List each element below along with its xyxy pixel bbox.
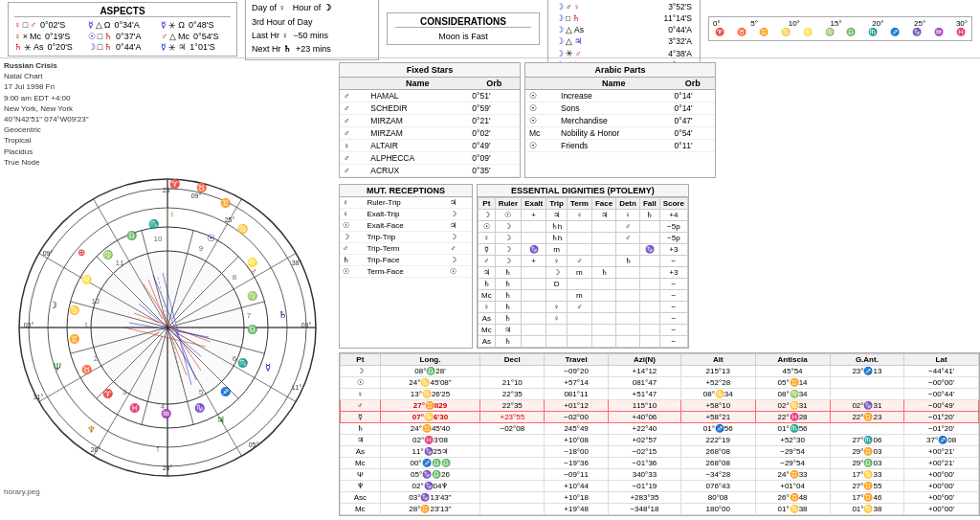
ruler-strip: 0°5°10°15°20°25°30° ♈♉♊♋♌♍♎♏♐♑♒♓ (708, 16, 972, 41)
right-top: Fixed Stars NameOrb ♂HAMAL0°51' ♂SCHEDIR… (337, 60, 978, 180)
svg-text:♆: ♆ (87, 424, 96, 435)
essential-dignities-box: ESSENTIAL DIGNITIES (PTOLEMY) Pt Ruler E… (477, 184, 689, 349)
svg-text:09°: 09° (43, 250, 54, 257)
planet-row: ♃02°♓3'08+10°08+02°57222°19+52°3027°♏063… (341, 435, 979, 446)
moon-asp-row: ☽△♃3°32'A (554, 35, 694, 47)
col-exalt: Exalt (522, 198, 546, 210)
svg-text:12: 12 (92, 297, 100, 305)
ess-dig-row: ☽☉+♃♀♃♀♄+4 (479, 210, 688, 221)
fixed-star-row: ♀ALTAIR0°49' (340, 140, 520, 152)
ruler-symbols: ♈♉♊♋♌♍♎♏♐♑♒♓ (711, 28, 969, 36)
col-pt: Pt (479, 198, 496, 210)
col-travel: Travel (545, 354, 609, 366)
planet-row: ☽08°♎28'−09°20+14°12215°1345°5423°♐13−44… (341, 366, 979, 377)
fixed-star-row: ♂ACRUX0°35' (340, 165, 520, 177)
chart-geocentric: Geocentric (4, 124, 331, 135)
chart-info: Russian Crisis Natal Chart 17 Jul 1998 F… (0, 58, 335, 170)
svg-text:♓: ♓ (129, 402, 141, 414)
right-middle: MUT. RECEPTIONS ♀Ruler-Trip♃ ♀Exalt-Trip… (337, 182, 978, 350)
aspect-item: ☽□♄0°44'A (88, 42, 158, 53)
svg-text:♍: ♍ (247, 290, 258, 302)
svg-text:♏: ♏ (237, 357, 249, 369)
svg-text:↑: ↑ (156, 443, 161, 454)
svg-text:♎: ♎ (247, 324, 258, 335)
right-panels: Fixed Stars NameOrb ♂HAMAL0°51' ♂SCHEDIR… (335, 58, 980, 520)
planet-row: Mc28°♊23'13"+19°48−348°18180°0001°♋3801°… (341, 504, 979, 515)
col-pt: Pt (341, 354, 381, 366)
aspect-item: ♀×Mc0°19'S (14, 32, 84, 41)
svg-text:♋: ♋ (69, 305, 80, 316)
aspect-item: ♂△Mc0°54'S (161, 32, 231, 41)
svg-text:09°: 09° (191, 192, 202, 199)
aspect-item: ♀□♂0°02'S (14, 20, 84, 31)
chart-coords: 40°N42'51" 074°W09'23" (4, 114, 331, 124)
ess-dig-row: ♄♄D− (479, 279, 688, 290)
mut-rec-row: ♄Trip-Face☽ (340, 255, 472, 266)
chart-placidus: Placidus (4, 147, 331, 157)
svg-text:8: 8 (233, 273, 237, 282)
fixed-star-row: ♂HAMAL0°51' (340, 90, 520, 102)
planet-row: Ψ05°♑♎26−09°11340°33−34°2824°♊3317°♋33+0… (341, 469, 979, 481)
arabic-part-row: McNobility & Honor0°54' (525, 127, 715, 140)
arabic-parts-box: Arabic Parts NameOrb ☉Increase0°14' ☉Son… (524, 62, 716, 178)
planet-row: ☿07°♋6'30+23°55−02°00+40°06+58°2122°♓282… (341, 412, 979, 423)
col-score: Score (659, 198, 687, 210)
moon-asp-row: ☽△As0°44'A (554, 24, 694, 35)
col-ruler: Ruler (495, 198, 521, 210)
aspect-item: ♄⚹As0°20'S (14, 42, 84, 53)
considerations-box: CONSIDERATIONS Moon is Fast (387, 12, 540, 45)
ess-dig-row: As♄♀− (479, 313, 688, 325)
mut-rec-table: ♀Ruler-Trip♃ ♀Exalt-Trip☽ ☉Exalt-Face♃ ☽… (340, 197, 472, 278)
chart-title: Russian Crisis (4, 60, 331, 71)
svg-text:♉: ♉ (81, 364, 93, 375)
ess-dig-table: Pt Ruler Exalt Trip Term Face Detn Fall … (478, 197, 688, 348)
col-sym (525, 78, 557, 90)
dayhour-box: Day of ♀ Hour of ☽ 3rd Hour of Day Last … (245, 0, 379, 60)
svg-text:♃: ♃ (216, 415, 225, 425)
chart-time: 9:00 am EDT +4:00 (4, 93, 331, 103)
aspect-item: ☉□♄0°37'A (88, 32, 158, 41)
planet-row: ♆02°♑04♆+10°44−01°19076°43+01°0427°♊55+0… (341, 481, 979, 492)
col-trip: Trip (546, 198, 568, 210)
planet-row: ♀13°♋26'2522°35081°11+51°4708°♋3408°♍34−… (341, 389, 979, 400)
mut-rec-row: ☽Trip-Trip☽ (340, 232, 472, 243)
planet-row: ☉24°♋45'08"21°10+57°14081°47+52°2805°♊14… (341, 377, 979, 389)
svg-text:♊: ♊ (220, 197, 232, 209)
chart-subtitle: Natal Chart (4, 71, 331, 81)
considerations-text: Moon is Fast (438, 32, 488, 41)
chart-location: New York, New York (4, 103, 331, 114)
svg-text:Ψ: Ψ (54, 362, 61, 373)
planet-row: Mc00°♐♎♎−19°36−01°36268°08−29°5429°♎03+0… (341, 458, 979, 469)
svg-text:♊: ♊ (69, 333, 80, 345)
mut-receptions-box: MUT. RECEPTIONS ♀Ruler-Trip♃ ♀Exalt-Trip… (339, 184, 473, 349)
content-area: Russian Crisis Natal Chart 17 Jul 1998 F… (0, 58, 980, 520)
moon-asp-row: ☽□♄11°14'S (554, 12, 694, 24)
col-long: Long. (380, 354, 480, 366)
col-planet (340, 78, 367, 90)
aspects-title: ASPECTS (14, 6, 231, 17)
svg-text:☿: ☿ (265, 362, 271, 373)
svg-text:♉: ♉ (196, 182, 208, 193)
ess-dig-title: ESSENTIAL DIGNITIES (PTOLEMY) (478, 185, 688, 197)
planet-positions-box: Pt Long. Decl Travel Azi(N) Alt Antiscia… (339, 352, 980, 516)
fixed-star-row: ♂MIRZAM0°02' (340, 127, 520, 140)
col-gant: G.Ant. (830, 354, 904, 366)
aspects-grid: ♀□♂0°02'S ☿△Ω0°34'A ☿⚹Ω0°48'S ♀×Mc0°19'S… (14, 20, 231, 53)
svg-text:9: 9 (199, 244, 204, 253)
svg-text:05°: 05° (249, 441, 259, 448)
planet-row: ♄24°♊45'40−02°08245°49+22°4001°♐5601°♏56… (341, 423, 979, 435)
svg-text:♐: ♐ (220, 386, 232, 397)
svg-text:31°: 31° (33, 394, 44, 400)
fixed-stars-title: Fixed Stars (340, 63, 520, 78)
mut-rec-row: ♂Trip-Term♂ (340, 243, 472, 255)
col-alt: Alt (680, 354, 755, 366)
aspect-item: ☿⚹♃1°01'S (161, 42, 231, 53)
chart-wheel: 23° 09° 25° 38° 03° 11° 05° 28° 26° 31° … (10, 170, 325, 486)
svg-text:♌: ♌ (81, 274, 93, 285)
chart-area: Russian Crisis Natal Chart 17 Jul 1998 F… (0, 58, 335, 520)
lasthr-row: Last Hr ♀ −50 mins (252, 29, 372, 42)
svg-text:♏: ♏ (148, 218, 160, 230)
svg-text:♈: ♈ (102, 388, 114, 399)
ess-dig-row: ♃♄☽m♄+3 (479, 267, 688, 279)
moon-asp-row: ☽♂♀3°52'S (554, 1, 694, 12)
